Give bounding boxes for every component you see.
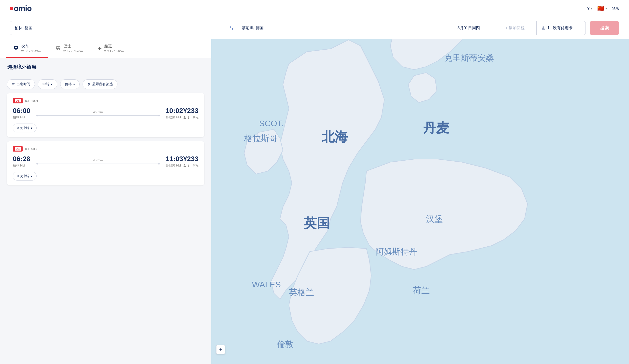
- sliders-icon: [87, 83, 91, 86]
- svg-point-20: [184, 116, 185, 118]
- language-selector[interactable]: 🇨🇳 ▾: [597, 5, 607, 12]
- flight-icon: ✈: [98, 46, 102, 52]
- promo-text: 选择境外旅游: [7, 64, 36, 70]
- filter-depart-label: 出发时间: [16, 82, 30, 87]
- login-button[interactable]: 登录: [612, 6, 619, 11]
- search-bar: 柏林, 德国 慕尼黑, 德国 8月01日周四 + + 添加回程 1 · 没有优惠…: [0, 17, 629, 39]
- depart-time-1: 06:28: [13, 155, 30, 163]
- currency-symbol: ¥: [588, 6, 590, 10]
- price-detail-0: 1 · 单程: [183, 115, 198, 120]
- header-right: ¥ ▾ 🇨🇳 ▾ 登录: [588, 5, 619, 12]
- header: omio ¥ ▾ 🇨🇳 ▾ 登录: [0, 0, 629, 17]
- filter-transfer-label: 中转: [42, 82, 49, 87]
- tab-flight-info: 航班 ¥711 · 1h10m: [104, 44, 124, 53]
- svg-point-0: [543, 26, 544, 28]
- passenger-field[interactable]: 1 · 没有优惠卡: [537, 21, 586, 35]
- map-label-london: 倫敦: [277, 340, 294, 349]
- transfer-btn-1[interactable]: 0 次中转 ▾: [13, 172, 37, 181]
- logo-text: omio: [14, 4, 31, 13]
- swap-button[interactable]: [226, 21, 237, 35]
- tab-flight[interactable]: ✈ 航班 ¥711 · 1h10m: [90, 39, 131, 58]
- depart-time-0: 06:00: [13, 107, 30, 115]
- search-button[interactable]: 搜索: [590, 21, 619, 35]
- filter-price-label: 价格: [65, 82, 72, 87]
- transfer-chevron-0: ▾: [31, 126, 32, 130]
- depart-station-1: 柏林 Hbf: [13, 163, 30, 168]
- arrive-time-1: 11:03: [165, 155, 183, 163]
- result-card-1[interactable]: DB ICE 503 06:28 柏林 Hbf 4h35m: [7, 141, 204, 185]
- journey-info-0: 06:00 柏林 Hbf 4h02m 10:02: [13, 107, 183, 120]
- transfer-label-1: 0 次中转: [17, 174, 29, 178]
- card-header-1: DB ICE 503: [13, 146, 198, 151]
- svg-rect-5: [15, 47, 17, 48]
- map-label-wales: WALES: [252, 280, 281, 289]
- card-body-1: 06:28 柏林 Hbf 4h35m 11:03: [13, 155, 198, 168]
- svg-rect-7: [56, 49, 58, 50]
- duration-0: 4h02m: [30, 110, 165, 117]
- filter-all-label: 显示所有筛选: [92, 82, 113, 87]
- svg-rect-9: [56, 47, 58, 48]
- svg-point-17: [88, 83, 89, 84]
- tab-flight-price: ¥711 · 1h10m: [104, 49, 124, 53]
- transfer-btn-0[interactable]: 0 次中转 ▾: [13, 123, 37, 132]
- arrive-info-1: 11:03 慕尼黑 Hbf: [165, 155, 183, 168]
- duration-text-1: 4h35m: [93, 158, 103, 162]
- map-label-glasgow: 格拉斯哥: [244, 134, 278, 143]
- map-label-netherlands: 荷兰: [413, 286, 430, 295]
- date-field[interactable]: 8月01日周四: [453, 21, 497, 35]
- tab-flight-name: 航班: [104, 44, 124, 49]
- svg-rect-10: [58, 47, 60, 48]
- svg-point-19: [88, 85, 89, 85]
- sort-icon: [11, 83, 15, 86]
- passenger-icon-0: [183, 116, 186, 119]
- depart-station-0: 柏林 Hbf: [13, 115, 30, 120]
- price-1: ¥233: [183, 155, 198, 163]
- arrive-time-0: 10:02: [165, 107, 183, 115]
- results-list: DB ICE 1001 06:00 柏林 Hbf 4h02m: [0, 93, 211, 192]
- map-label-north-sea: 北海: [321, 129, 348, 144]
- svg-point-4: [16, 49, 17, 50]
- origin-field[interactable]: 柏林, 德国: [10, 21, 226, 35]
- return-field[interactable]: + + 添加回程: [497, 21, 537, 35]
- train-number-0: ICE 1001: [25, 99, 38, 103]
- duration-text-0: 4h02m: [93, 110, 103, 114]
- filter-transfer[interactable]: 中转 ▾: [38, 79, 57, 89]
- filter-depart-time[interactable]: 出发时间: [7, 79, 35, 89]
- flag-icon: 🇨🇳: [597, 5, 604, 12]
- arrive-station-0: 慕尼黑 Hbf: [165, 115, 183, 120]
- svg-point-3: [15, 49, 15, 50]
- card-footer-1: 0 次中转 ▾: [13, 172, 198, 181]
- tab-train-price: ¥150 · 3h49m: [21, 49, 41, 53]
- plus-icon: +: [502, 26, 504, 30]
- filter-all[interactable]: 显示所有筛选: [83, 79, 118, 89]
- operator-badge-1: DB: [13, 146, 23, 151]
- map-label-england: 英格兰: [289, 288, 314, 297]
- journey-info-1: 06:28 柏林 Hbf 4h35m 11:03: [13, 155, 183, 168]
- destination-field[interactable]: 慕尼黑, 德国: [237, 21, 453, 35]
- map-panel: 北海 英国 SCOT. 格拉斯哥 WALES 英格兰 倫敦 比利时 德国 丹麦 …: [211, 39, 629, 364]
- price-info-1: ¥233 1 · 单程: [183, 155, 198, 168]
- promo-banner: 选择境外旅游: [0, 58, 211, 76]
- tab-bus-name: 巴士: [63, 44, 83, 49]
- return-placeholder: + 添加回程: [505, 25, 525, 31]
- map-zoom-in-button[interactable]: +: [216, 345, 225, 354]
- result-card-0[interactable]: DB ICE 1001 06:00 柏林 Hbf 4h02m: [7, 93, 204, 137]
- tab-bus[interactable]: 巴士 ¥142 · 7h20m: [48, 39, 90, 58]
- operator-badge-0: DB: [13, 98, 23, 103]
- train-icon: [13, 45, 19, 52]
- filter-price[interactable]: 价格 ▾: [60, 79, 80, 89]
- svg-point-18: [89, 84, 90, 85]
- tab-train-name: 火车: [21, 44, 41, 49]
- tab-train[interactable]: 火车 ¥150 · 3h49m: [6, 39, 48, 58]
- price-detail-1: 1 · 单程: [183, 163, 198, 168]
- price-0: ¥233: [183, 107, 198, 115]
- svg-rect-8: [58, 49, 60, 50]
- map-label-scot: SCOT.: [259, 119, 284, 128]
- transfer-chevron-1: ▾: [31, 174, 32, 178]
- currency-selector[interactable]: ¥ ▾: [588, 6, 592, 10]
- passengers-value: 1 · 没有优惠卡: [547, 25, 573, 31]
- tab-bus-info: 巴士 ¥142 · 7h20m: [63, 44, 83, 53]
- currency-chevron-icon: ▾: [591, 7, 592, 10]
- logo-dot: [10, 7, 13, 10]
- filters: 出发时间 中转 ▾ 价格 ▾ 显示所有筛选: [0, 76, 211, 93]
